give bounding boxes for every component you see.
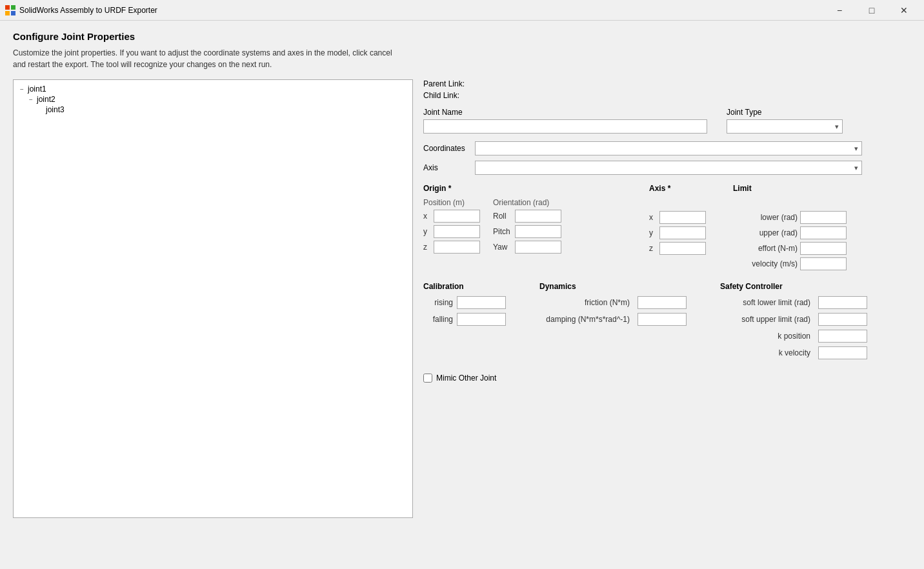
velocity-label: velocity (m/s) <box>733 259 798 268</box>
rising-label: rising <box>423 298 453 307</box>
coordinates-label: Coordinates <box>423 144 468 153</box>
friction-input[interactable] <box>638 296 687 309</box>
tree-toggle-joint3 <box>35 105 45 114</box>
rising-row: rising <box>423 296 527 309</box>
k-position-row: k position <box>720 330 901 343</box>
page-title: Configure Joint Properties <box>13 31 911 42</box>
limit-title: Limit <box>733 184 875 193</box>
joint-type-label: Joint Type <box>727 108 843 117</box>
pos-y-label: y <box>423 227 431 236</box>
joint-name-type-row: Joint Name Joint Type revolute continuou… <box>423 108 911 134</box>
axis-select[interactable] <box>475 161 862 175</box>
mimic-label: Mimic Other Joint <box>436 374 496 383</box>
damping-input[interactable] <box>638 313 687 326</box>
k-velocity-label: k velocity <box>720 348 810 357</box>
soft-upper-input[interactable] <box>818 313 867 326</box>
falling-label: falling <box>423 315 453 324</box>
content-area: − joint1 − joint2 joint3 Parent Link: Ch… <box>13 79 911 559</box>
yaw-input[interactable] <box>515 241 561 254</box>
tree-panel: − joint1 − joint2 joint3 <box>13 79 413 518</box>
calibration-title: Calibration <box>423 282 527 291</box>
velocity-row: velocity (m/s) <box>733 257 875 270</box>
upper-row: upper (rad) <box>733 226 875 239</box>
velocity-input[interactable] <box>800 257 847 270</box>
svg-rect-0 <box>5 5 10 10</box>
soft-upper-row: soft upper limit (rad) <box>720 313 901 326</box>
rising-input[interactable] <box>457 296 506 309</box>
joint-name-group: Joint Name <box>423 108 707 134</box>
falling-input[interactable] <box>457 313 506 326</box>
lower-input[interactable] <box>800 211 847 224</box>
friction-label: friction (N*m) <box>539 298 630 307</box>
k-velocity-row: k velocity <box>720 346 901 359</box>
svg-rect-2 <box>5 11 10 15</box>
joint-type-select[interactable]: revolute continuous prismatic fixed floa… <box>727 119 843 134</box>
minimize-button[interactable]: − <box>825 1 854 19</box>
oal-section: Origin * Position (m) x y <box>423 184 911 273</box>
roll-input[interactable] <box>515 210 561 223</box>
coordinates-select-wrapper <box>475 141 862 155</box>
upper-label: upper (rad) <box>733 228 798 237</box>
origin-inner: Position (m) x y z <box>423 198 643 256</box>
pos-y-row: y <box>423 225 480 238</box>
tree-toggle-joint2[interactable]: − <box>26 95 35 104</box>
soft-lower-input[interactable] <box>818 296 867 309</box>
axis-y-row: y <box>649 226 727 239</box>
upper-input[interactable] <box>800 226 847 239</box>
pitch-input[interactable] <box>515 225 561 238</box>
roll-label: Roll <box>493 212 512 221</box>
joint-name-input[interactable] <box>423 119 707 134</box>
axis-z-input[interactable] <box>659 242 706 255</box>
pos-x-input[interactable] <box>434 210 480 223</box>
cds-section: Calibration rising falling Dynamics fric… <box>423 282 911 363</box>
origin-title: Origin * <box>423 184 643 193</box>
axis-select-wrapper <box>475 161 862 175</box>
pos-y-input[interactable] <box>434 225 480 238</box>
k-velocity-input[interactable] <box>818 346 867 359</box>
mimic-row: Mimic Other Joint <box>423 374 911 383</box>
tree-label-joint3: joint3 <box>46 105 65 114</box>
axis-x-row: x <box>649 211 727 224</box>
dynamics-title: Dynamics <box>539 282 707 291</box>
title-bar: SolidWorks Assembly to URDF Exporter − □… <box>0 0 924 21</box>
lower-row: lower (rad) <box>733 211 875 224</box>
joint-name-label: Joint Name <box>423 108 707 117</box>
tree-toggle-joint1[interactable]: − <box>17 85 26 94</box>
position-title: Position (m) <box>423 198 480 207</box>
axis-spacer <box>649 198 727 211</box>
soft-lower-label: soft lower limit (rad) <box>720 298 810 307</box>
tree-item-joint2[interactable]: − joint2 <box>26 94 408 105</box>
app-icon <box>5 5 15 15</box>
joint-type-group: Joint Type revolute continuous prismatic… <box>727 108 843 134</box>
effort-row: effort (N-m) <box>733 242 875 255</box>
falling-row: falling <box>423 313 527 326</box>
orientation-title: Orientation (rad) <box>493 198 561 207</box>
pos-x-label: x <box>423 212 431 221</box>
limit-spacer <box>733 198 875 211</box>
pos-z-input[interactable] <box>434 241 480 254</box>
axis-z-label: z <box>649 244 657 253</box>
soft-lower-row: soft lower limit (rad) <box>720 296 901 309</box>
axis-y-input[interactable] <box>659 226 706 239</box>
damping-row: damping (N*m*s*rad^-1) <box>539 313 707 326</box>
yaw-row: Yaw <box>493 241 561 254</box>
dynamics-block: Dynamics friction (N*m) damping (N*m*s*r… <box>539 282 707 363</box>
maximize-button[interactable]: □ <box>857 1 887 19</box>
damping-label: damping (N*m*s*rad^-1) <box>539 315 630 324</box>
axis-x-input[interactable] <box>659 211 706 224</box>
calibration-block: Calibration rising falling <box>423 282 527 363</box>
tree-item-joint3[interactable]: joint3 <box>35 105 408 115</box>
axis-z-row: z <box>649 242 727 255</box>
k-position-input[interactable] <box>818 330 867 343</box>
right-panel: Parent Link: Child Link: Joint Name Join… <box>423 79 911 559</box>
effort-input[interactable] <box>800 242 847 255</box>
coordinates-select[interactable] <box>475 141 862 155</box>
pos-z-label: z <box>423 243 431 252</box>
limit-block: Limit lower (rad) upper (rad) effort (N-… <box>733 184 875 273</box>
origin-block: Origin * Position (m) x y <box>423 184 643 273</box>
close-button[interactable]: ✕ <box>889 1 919 19</box>
mimic-checkbox[interactable] <box>423 374 432 383</box>
tree-label-joint1: joint1 <box>28 85 46 94</box>
tree-item-joint1[interactable]: − joint1 <box>17 84 408 94</box>
effort-label: effort (N-m) <box>733 244 798 253</box>
